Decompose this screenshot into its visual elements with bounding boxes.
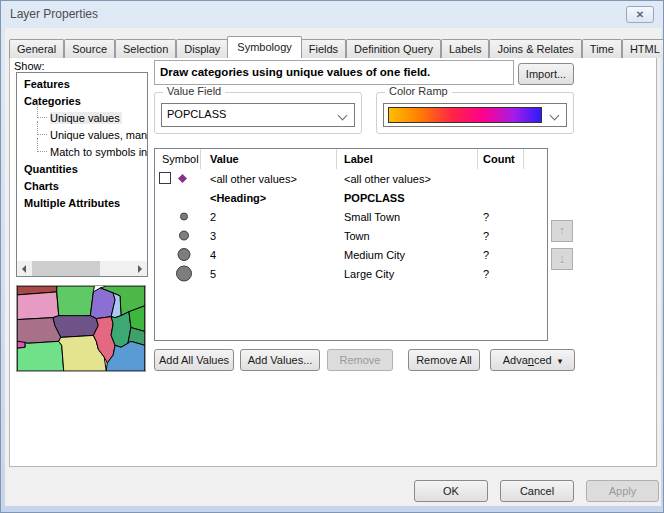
value-field-label: Value Field xyxy=(163,85,225,97)
value-cell: 4 xyxy=(201,249,337,261)
label-cell: Town xyxy=(337,230,478,242)
map-region xyxy=(57,286,95,318)
count-cell: ? xyxy=(478,211,524,223)
all-other-values-checkbox[interactable] xyxy=(159,172,171,184)
label-cell: Small Town xyxy=(337,211,478,223)
scroll-right-button[interactable] xyxy=(132,261,147,276)
tab-display[interactable]: Display xyxy=(176,39,228,58)
value-cell: 2 xyxy=(201,211,337,223)
tab-source[interactable]: Source xyxy=(64,39,115,58)
map-region xyxy=(17,292,59,320)
tab-joins-relates[interactable]: Joins & Relates xyxy=(489,39,581,58)
tab-html-popup[interactable]: HTML Popup xyxy=(622,39,664,58)
value-field-value: POPCLASS xyxy=(167,108,226,120)
scroll-left-icon xyxy=(22,265,26,273)
dialog-body: General Source Selection Display Symbolo… xyxy=(5,28,661,506)
table-row[interactable]: 5 Large City ? xyxy=(155,264,547,283)
value-cell: <all other values> xyxy=(201,173,337,185)
tab-symbology[interactable]: Symbology xyxy=(227,36,301,58)
value-cell: 3 xyxy=(201,230,337,242)
symbol-table-header: Symbol Value Label Count xyxy=(155,149,547,169)
scrollbar-track[interactable] xyxy=(32,261,132,276)
color-ramp-combo[interactable] xyxy=(383,103,567,127)
color-ramp-gradient xyxy=(389,108,541,122)
map-preview xyxy=(16,285,146,372)
table-row[interactable]: 3 Town ? xyxy=(155,226,547,245)
circle-symbol-icon xyxy=(155,245,201,264)
tree-elbow-icon xyxy=(37,121,47,135)
instruction-text: Draw categories using unique values of o… xyxy=(154,60,514,85)
listbox-hscrollbar[interactable] xyxy=(17,261,147,276)
apply-button[interactable]: Apply xyxy=(586,480,659,502)
count-cell: ? xyxy=(478,249,524,261)
tab-general[interactable]: General xyxy=(9,39,64,58)
ok-button[interactable]: OK xyxy=(414,480,488,502)
label-cell: Medium City xyxy=(337,249,478,261)
add-all-values-button[interactable]: Add All Values xyxy=(154,349,234,371)
remove-all-button[interactable]: Remove All xyxy=(408,349,480,371)
window-title: Layer Properties xyxy=(10,7,98,21)
column-header-value: Value xyxy=(201,149,337,169)
tree-elbow-icon xyxy=(37,138,47,152)
color-ramp-label: Color Ramp xyxy=(385,85,452,97)
scrollbar-thumb[interactable] xyxy=(32,261,100,276)
show-item-multiple-attributes[interactable]: Multiple Attributes xyxy=(17,195,147,212)
close-icon: ✕ xyxy=(636,9,644,20)
cancel-button[interactable]: Cancel xyxy=(500,480,574,502)
chevron-down-icon xyxy=(550,111,560,121)
tab-time[interactable]: Time xyxy=(582,39,622,58)
tab-bar: General Source Selection Display Symbolo… xyxy=(9,36,664,58)
show-item-quantities[interactable]: Quantities xyxy=(17,161,147,178)
table-row[interactable]: 4 Medium City ? xyxy=(155,245,547,264)
circle-symbol-icon xyxy=(155,226,201,245)
remove-button[interactable]: Remove xyxy=(327,349,393,371)
move-up-button[interactable]: ↑ xyxy=(551,220,573,242)
scroll-right-icon xyxy=(138,265,142,273)
map-region xyxy=(17,318,60,344)
scroll-left-button[interactable] xyxy=(17,261,32,276)
table-row[interactable]: 2 Small Town ? xyxy=(155,207,547,226)
table-row[interactable]: <Heading> POPCLASS xyxy=(155,188,547,207)
value-cell: <Heading> xyxy=(201,192,337,204)
label-cell: Large City xyxy=(337,268,478,280)
layer-properties-dialog: Layer Properties ✕ General Source Select… xyxy=(0,0,664,513)
value-field-combo[interactable]: POPCLASS xyxy=(161,103,355,127)
column-header-count: Count xyxy=(478,149,524,169)
down-arrow-icon: ↓ xyxy=(559,251,566,266)
dropdown-caret-icon: ▾ xyxy=(558,356,563,366)
label-cell: POPCLASS xyxy=(337,192,478,204)
column-header-symbol: Symbol xyxy=(155,149,201,169)
tab-definition-query[interactable]: Definition Query xyxy=(346,39,441,58)
move-down-button[interactable]: ↓ xyxy=(551,248,573,270)
symbology-tab-page: Show: Features Categories Unique values … xyxy=(9,57,657,467)
value-cell: 5 xyxy=(201,268,337,280)
color-ramp-group: Color Ramp xyxy=(376,92,574,134)
add-values-button[interactable]: Add Values... xyxy=(240,349,320,371)
tab-selection[interactable]: Selection xyxy=(115,39,176,58)
color-ramp-swatch xyxy=(388,107,542,123)
tree-elbow-icon xyxy=(37,104,47,118)
tab-labels[interactable]: Labels xyxy=(441,39,489,58)
table-row[interactable]: <all other values> <all other values> xyxy=(155,169,547,188)
circle-symbol-icon xyxy=(155,264,201,283)
show-item-match-symbols[interactable]: Match to symbols in a xyxy=(17,144,147,161)
label-cell: <all other values> xyxy=(337,173,478,185)
advanced-button[interactable]: Advanced▾ xyxy=(490,349,575,371)
value-field-group: Value Field POPCLASS xyxy=(154,92,362,134)
title-bar[interactable]: Layer Properties ✕ xyxy=(1,1,663,28)
count-cell: ? xyxy=(478,268,524,280)
import-button[interactable]: Import... xyxy=(518,63,574,85)
map-preview-svg xyxy=(17,286,145,371)
column-header-label: Label xyxy=(337,149,478,169)
count-cell: ? xyxy=(478,230,524,242)
show-listbox: Features Categories Unique values Unique… xyxy=(16,72,148,277)
up-arrow-icon: ↑ xyxy=(559,223,566,238)
symbol-table: Symbol Value Label Count <all other valu… xyxy=(154,148,548,341)
tab-fields[interactable]: Fields xyxy=(301,39,346,58)
chevron-down-icon xyxy=(338,111,348,121)
close-button[interactable]: ✕ xyxy=(626,6,654,23)
circle-symbol-icon xyxy=(155,207,201,226)
show-item-charts[interactable]: Charts xyxy=(17,178,147,195)
show-item-features[interactable]: Features xyxy=(17,76,147,93)
diamond-symbol-icon xyxy=(178,174,187,183)
